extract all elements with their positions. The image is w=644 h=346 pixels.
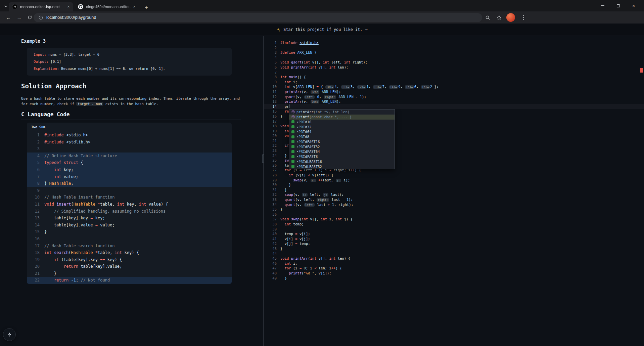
suggest-item[interactable]: •PRIdLEAST32: [289, 164, 395, 169]
bookmark-star-button[interactable]: [494, 13, 504, 22]
code-line[interactable]: 41 v[i] = v[j];: [264, 236, 644, 242]
profile-avatar[interactable]: [506, 13, 515, 22]
code-line[interactable]: 36: [264, 212, 644, 217]
code-line[interactable]: 5void qsort(int v[], int left, int right…: [264, 60, 644, 65]
suggest-match: PR: [298, 135, 303, 139]
line-number: 21: [30, 270, 40, 277]
code-line[interactable]: 14 pr: [264, 104, 644, 109]
line-text: printArr(v, len: ARR_LEN);: [280, 89, 341, 94]
tab-close-button[interactable]: ×: [66, 4, 71, 9]
code-line[interactable]: 4: [264, 55, 644, 60]
new-tab-button[interactable]: +: [142, 4, 150, 12]
browser-menu-button[interactable]: [518, 13, 528, 22]
symbol-macro-icon: [290, 164, 295, 169]
line-text: }: [280, 182, 291, 187]
suggest-item[interactable]: •PRIdFAST64: [289, 149, 395, 154]
code-line: 10// Hash Table insert function: [27, 194, 232, 201]
code-line[interactable]: 47 for (i = 0; i < len; i++) {: [264, 266, 644, 271]
banner-text[interactable]: Star this project if you like it.: [283, 27, 362, 32]
window-maximize-button[interactable]: [610, 0, 626, 11]
code-line[interactable]: 11 printArr(v, len: ARR_LEN);: [264, 89, 644, 94]
window-minimize-button[interactable]: [595, 0, 610, 11]
line-number: 5: [30, 159, 40, 166]
code-line[interactable]: 39: [264, 227, 644, 232]
code-line[interactable]: 43}: [264, 246, 644, 251]
code-line[interactable]: 34 qsort(v, left: last + 1, right);: [264, 202, 644, 207]
code-line[interactable]: 1#include <stdio.h>: [264, 40, 644, 45]
forward-button[interactable]: →: [14, 13, 24, 22]
tab-close-button[interactable]: ×: [132, 4, 137, 9]
tab-title: monaco-editor-lsp-next: [20, 5, 66, 9]
symbol-macro-icon: [290, 139, 295, 144]
search-zoom-button[interactable]: [483, 13, 492, 22]
line-text: qsort(v, left, right: last - 1);: [280, 197, 353, 202]
code-line[interactable]: 7: [264, 70, 644, 75]
code-line[interactable]: 13 printArr(v, len: ARR_LEN);: [264, 99, 644, 104]
quick-actions-fab[interactable]: [3, 328, 16, 341]
suggest-detail: (int *v, int len): [314, 110, 350, 114]
code-line[interactable]: 37void swap(int v[], int i, int j) {: [264, 217, 644, 222]
code-editor-panel[interactable]: 1#include <stdio.h>23#define ARR_LEN 745…: [264, 36, 644, 346]
suggest-item[interactable]: •PRId8: [289, 134, 395, 139]
suggest-item[interactable]: •PRIdFAST32: [289, 144, 395, 149]
address-bar[interactable]: localhost:3000/playground: [34, 13, 482, 22]
code-line[interactable]: 9 int i;: [264, 80, 644, 85]
code-line[interactable]: 35}: [264, 207, 644, 212]
code-line[interactable]: 49 }: [264, 276, 644, 281]
code-line[interactable]: 29 swap(v, i: ++last, j: i);: [264, 178, 644, 183]
suggest-label: Id16: [303, 120, 311, 124]
code-line[interactable]: 31 }: [264, 187, 644, 192]
window-close-button[interactable]: ×: [626, 0, 641, 11]
browser-tab[interactable]: cfngc4594/monaco-editor-lsp-next×: [75, 2, 139, 11]
code-block-title: Two Sum: [27, 125, 232, 132]
suggest-label: IdFAST8: [303, 155, 318, 159]
suggest-item[interactable]: •PRIdFAST8: [289, 154, 395, 159]
browser-tab[interactable]: monaco-editor-lsp-next×: [9, 2, 73, 11]
line-text: void insert(HashTable *table, int key, i…: [44, 201, 168, 208]
suggest-label: IdFAST64: [303, 149, 320, 154]
suggest-item[interactable]: •PRId16: [289, 120, 395, 125]
code-line[interactable]: 46 int i;: [264, 261, 644, 266]
line-number: 30: [264, 182, 277, 187]
code-line[interactable]: 48 printf("%d ", v[i]);: [264, 271, 644, 276]
line-number: 4: [30, 153, 40, 160]
suggest-item[interactable]: •PRId32: [289, 124, 395, 129]
code-line[interactable]: 38 int temp;: [264, 222, 644, 227]
site-info-icon[interactable]: [38, 15, 43, 20]
suggest-item[interactable]: •PRIdFAST16: [289, 139, 395, 144]
line-number: 26: [264, 163, 277, 168]
suggest-item[interactable]: printArr(int *v, int len): [289, 110, 395, 115]
code-line[interactable]: 6void printArr(int v[], int len);: [264, 65, 644, 70]
code-line[interactable]: 3#define ARR_LEN 7: [264, 50, 644, 55]
code-line[interactable]: 45void printArr(int v[], int len) {: [264, 256, 644, 261]
line-text: int i;: [280, 261, 297, 266]
code-line[interactable]: 42 v[j] = temp;: [264, 241, 644, 246]
line-text: v[i] = v[j];: [280, 236, 310, 242]
code-line[interactable]: 32 swap(v, i: left, j: last);: [264, 192, 644, 197]
line-text: } HashTable;: [44, 180, 74, 187]
suggest-item[interactable]: printf(const char *, ... ): [289, 115, 395, 120]
url-text[interactable]: localhost:3000/playground: [46, 15, 96, 20]
arrow-right-icon[interactable]: →: [365, 27, 367, 32]
tab-search-button[interactable]: [2, 3, 9, 9]
code-line[interactable]: 2: [264, 45, 644, 50]
suggest-match: pr: [296, 110, 301, 114]
line-text: // Define Hash Table structure: [44, 153, 117, 160]
code-line[interactable]: 8int main() {: [264, 75, 644, 80]
code-line[interactable]: 10 int v[ARR_LEN] = { [0]=4, [1]=3, [2]=…: [264, 84, 644, 89]
line-text: // Simplified handling, assuming no coll…: [44, 208, 166, 215]
back-button[interactable]: ←: [4, 13, 13, 22]
code-line[interactable]: 44: [264, 251, 644, 256]
reload-button[interactable]: [25, 13, 35, 22]
close-icon: ×: [632, 3, 635, 8]
code-line[interactable]: 40 temp = v[i];: [264, 231, 644, 236]
code-line[interactable]: 12 qsort(v, left: 0, right: ARR_LEN - 1)…: [264, 94, 644, 99]
code-line[interactable]: 33 qsort(v, left, right: last - 1);: [264, 197, 644, 202]
suggest-item[interactable]: •PRIdLEAST16: [289, 159, 395, 164]
code-line[interactable]: 30 }: [264, 182, 644, 187]
line-text: typedef struct {: [44, 159, 83, 166]
code-line[interactable]: 28 if (v[i] < v[left]) {: [264, 173, 644, 178]
chevron-down-icon: [4, 4, 8, 8]
suggest-item[interactable]: •PRId64: [289, 129, 395, 134]
overview-ruler[interactable]: [640, 36, 644, 346]
